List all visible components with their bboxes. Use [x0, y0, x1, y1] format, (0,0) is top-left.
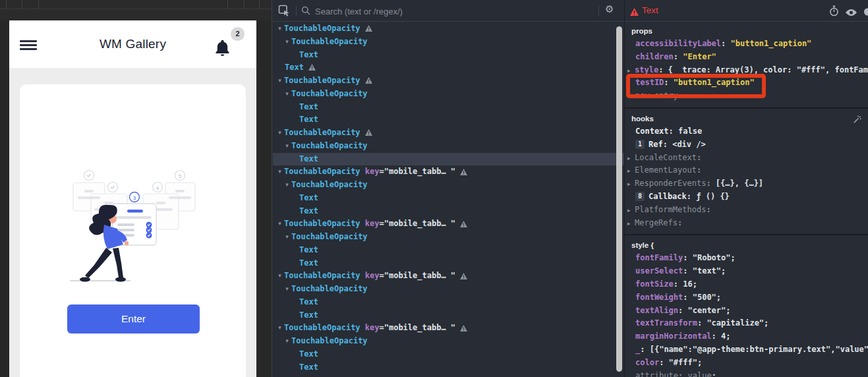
expand-arrow-icon[interactable]: ▸ — [627, 204, 635, 217]
inspector-row[interactable]: children: "Enter" — [625, 51, 868, 64]
expand-arrow-icon[interactable]: ▾ — [275, 165, 284, 179]
tree-row[interactable]: ▾TouchableOpacity — [273, 335, 624, 348]
section-title: props — [625, 26, 868, 38]
inspector-row[interactable]: userSelect: "text"; — [625, 265, 868, 278]
tree-row[interactable]: ▾TouchableOpacity — [273, 127, 624, 140]
expand-arrow-icon[interactable]: ▾ — [275, 127, 284, 140]
search-input[interactable] — [314, 3, 593, 20]
inspector-row[interactable]: Context: false — [625, 125, 868, 138]
tree-row[interactable]: Text — [273, 49, 624, 62]
tree-row[interactable]: ▾TouchableOpacity — [273, 22, 624, 36]
tree-row[interactable]: ▾TouchableOpacity — [273, 36, 624, 49]
tree-row[interactable]: Text — [273, 257, 624, 270]
expand-arrow-icon[interactable]: ▸ — [627, 152, 635, 165]
tree-row[interactable]: Text — [273, 244, 624, 257]
tree-row[interactable]: Text — [273, 296, 624, 309]
selected-component-name: Text — [642, 0, 658, 21]
tab-divider — [227, 0, 228, 9]
expand-arrow-icon[interactable]: ▸ — [627, 178, 635, 190]
expand-arrow-icon[interactable]: ▾ — [283, 335, 291, 348]
bell-icon — [214, 39, 231, 60]
profiler-stopwatch-icon[interactable] — [829, 5, 839, 19]
tree-row[interactable]: ▾TouchableOpacity — [273, 231, 624, 244]
inspector-row[interactable]: textTransform: "capitalize"; — [625, 317, 868, 330]
emulator-tabstrip — [0, 0, 272, 20]
tree-row[interactable]: ▾TouchableOpacity key="mobile_tabb… " — [273, 322, 624, 335]
tree-row[interactable]: Text — [273, 361, 624, 374]
inspector-row[interactable]: testID: "button1_caption" — [625, 76, 868, 90]
component-name: TouchableOpacity — [284, 219, 361, 229]
inspector-row[interactable]: _: [{"name":"@app-theme:btn-primary.text… — [625, 343, 868, 357]
inspector-row[interactable]: new entry: — [625, 90, 868, 103]
inspector-row[interactable]: 8Callback: ƒ () {} — [625, 190, 868, 204]
enter-button[interactable]: Enter — [67, 304, 200, 334]
tree-row[interactable]: ▾TouchableOpacity — [273, 88, 624, 101]
tree-row[interactable]: Text — [273, 61, 624, 74]
inspector-row[interactable]: ▸MergeRefs: — [625, 217, 868, 230]
component-name: TouchableOpacity — [291, 180, 368, 189]
component-name: Text — [299, 154, 318, 163]
tree-row[interactable]: ▾TouchableOpacity — [273, 179, 624, 192]
tree-row[interactable]: Text — [273, 348, 624, 361]
tree-row[interactable]: Text — [273, 205, 624, 218]
component-name: Text — [299, 115, 318, 124]
svg-text:5: 5 — [179, 173, 182, 179]
inspector-row[interactable]: ▸LocaleContext: — [625, 152, 868, 165]
inspector-row[interactable]: ▸style: { trace: Array(3), color: "#fff"… — [625, 64, 868, 77]
section-title: hooks — [625, 114, 868, 125]
notifications-button[interactable]: 2 — [213, 27, 245, 64]
tree-row[interactable]: Text — [273, 309, 624, 322]
expand-arrow-icon[interactable]: ▸ — [627, 218, 635, 230]
component-name: TouchableOpacity — [291, 232, 368, 241]
tab-divider — [259, 0, 260, 9]
bug-icon[interactable] — [863, 7, 868, 18]
inspector-row[interactable]: ▸ResponderEvents: [{…}, {…}] — [625, 177, 868, 190]
expand-arrow-icon[interactable]: ▾ — [275, 270, 284, 283]
tree-row[interactable]: ▾TouchableOpacity key="mobile_tabb… " — [273, 270, 624, 283]
tree-row[interactable]: Text — [273, 192, 624, 205]
parse-hooks-wand-icon[interactable] — [853, 115, 861, 127]
warning-icon — [630, 7, 639, 18]
app-body: 3 4 5 — [9, 68, 256, 377]
expand-arrow-icon[interactable]: ▾ — [283, 36, 291, 49]
tree-row[interactable]: ▾TouchableOpacity — [273, 283, 624, 296]
expand-arrow-icon[interactable]: ▾ — [283, 140, 291, 153]
expand-arrow-icon[interactable]: ▾ — [283, 88, 291, 101]
tree-row[interactable]: ▾TouchableOpacity — [273, 140, 624, 153]
component-name: TouchableOpacity — [291, 89, 368, 98]
inspector-row[interactable]: attribute: value; — [625, 370, 868, 377]
tree-scrollbar[interactable] — [616, 26, 622, 372]
expand-arrow-icon[interactable]: ▸ — [627, 165, 635, 177]
inspector-row[interactable]: ▸PlatformMethods: — [625, 204, 868, 217]
inspector-row[interactable]: marginHorizontal: 4; — [625, 330, 868, 343]
inspector-row[interactable]: textAlign: "center"; — [625, 304, 868, 318]
tree-row[interactable]: Text — [273, 113, 624, 127]
inspector-row[interactable]: accessibilityLabel: "button1_caption" — [625, 38, 868, 51]
expand-arrow-icon[interactable]: ▾ — [283, 231, 291, 244]
expand-arrow-icon[interactable]: ▾ — [275, 22, 284, 36]
tab-divider — [244, 0, 245, 9]
expand-arrow-icon[interactable]: ▾ — [283, 283, 291, 296]
search-icon — [301, 6, 310, 18]
tree-row[interactable]: Text — [273, 153, 624, 166]
inspector-row[interactable]: ▸ElementLayout: — [625, 164, 868, 177]
tree-row[interactable]: ▾TouchableOpacity — [273, 74, 624, 88]
inspector-row[interactable]: fontWeight: "500"; — [625, 291, 868, 304]
settings-gear-icon[interactable]: ⚙ — [605, 3, 614, 15]
inspector-row[interactable]: color: "#fff"; — [625, 357, 868, 370]
inspector-row[interactable]: fontSize: 16; — [625, 278, 868, 291]
expand-arrow-icon[interactable]: ▾ — [283, 179, 291, 192]
tree-row[interactable]: ▾TouchableOpacity key="mobile_tabb… " — [273, 165, 624, 179]
expand-arrow-icon[interactable]: ▾ — [275, 74, 284, 88]
tree-row[interactable]: ▾TouchableOpacity key="mobile_tabb… " — [273, 218, 624, 231]
inspector-row[interactable]: fontFamily: "Roboto"; — [625, 252, 868, 265]
inspect-element-button[interactable] — [278, 5, 293, 16]
expand-arrow-icon[interactable]: ▸ — [627, 65, 635, 77]
expand-arrow-icon[interactable]: ▾ — [275, 218, 284, 231]
warning-icon — [365, 129, 372, 136]
expand-arrow-icon[interactable]: ▾ — [275, 322, 284, 335]
tree-row[interactable]: Text — [273, 101, 624, 114]
component-name: Text — [299, 310, 318, 320]
inspector-row[interactable]: 1Ref: <div /> — [625, 138, 868, 152]
eye-icon[interactable] — [845, 7, 857, 19]
